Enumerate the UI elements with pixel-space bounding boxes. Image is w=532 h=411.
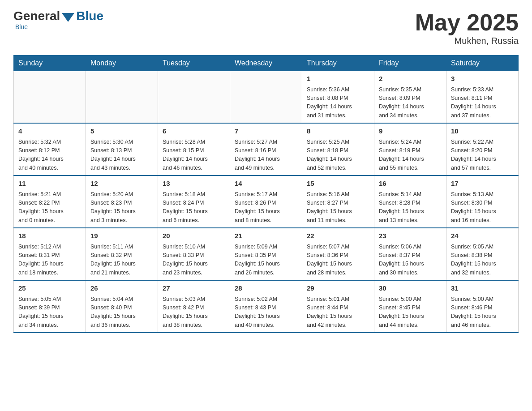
- calendar-cell: 31Sunrise: 5:00 AMSunset: 8:46 PMDayligh…: [446, 280, 519, 333]
- calendar-week-row: 18Sunrise: 5:12 AMSunset: 8:31 PMDayligh…: [14, 228, 519, 280]
- calendar-cell: 8Sunrise: 5:25 AMSunset: 8:18 PMDaylight…: [302, 123, 374, 176]
- calendar-header-friday: Friday: [374, 56, 446, 71]
- calendar-cell: 11Sunrise: 5:21 AMSunset: 8:22 PMDayligh…: [14, 176, 86, 228]
- day-number: 25: [18, 283, 81, 294]
- logo: General Blue Blue: [13, 9, 103, 30]
- day-number: 23: [379, 231, 442, 241]
- day-info: Sunrise: 5:01 AMSunset: 8:44 PMDaylight:…: [307, 295, 369, 330]
- day-number: 4: [18, 126, 81, 137]
- day-number: 7: [235, 126, 297, 137]
- day-info: Sunrise: 5:04 AMSunset: 8:40 PMDaylight:…: [90, 295, 153, 330]
- day-number: 18: [18, 231, 81, 241]
- calendar-table: SundayMondayTuesdayWednesdayThursdayFrid…: [13, 55, 519, 333]
- day-number: 15: [307, 179, 369, 189]
- day-number: 19: [90, 231, 153, 241]
- calendar-week-row: 11Sunrise: 5:21 AMSunset: 8:22 PMDayligh…: [14, 176, 519, 228]
- day-info: Sunrise: 5:13 AMSunset: 8:30 PMDaylight:…: [451, 190, 514, 225]
- day-info: Sunrise: 5:12 AMSunset: 8:31 PMDaylight:…: [18, 243, 81, 278]
- calendar-cell: 17Sunrise: 5:13 AMSunset: 8:30 PMDayligh…: [446, 176, 519, 228]
- day-number: 8: [307, 126, 369, 137]
- day-number: 1: [307, 74, 369, 84]
- day-info: Sunrise: 5:36 AMSunset: 8:08 PMDaylight:…: [307, 86, 369, 120]
- calendar-cell: 4Sunrise: 5:32 AMSunset: 8:12 PMDaylight…: [14, 123, 86, 176]
- calendar-cell: 1Sunrise: 5:36 AMSunset: 8:08 PMDaylight…: [302, 71, 374, 124]
- day-info: Sunrise: 5:14 AMSunset: 8:28 PMDaylight:…: [379, 190, 442, 225]
- day-info: Sunrise: 5:30 AMSunset: 8:13 PMDaylight:…: [90, 138, 153, 173]
- calendar-cell: 20Sunrise: 5:10 AMSunset: 8:33 PMDayligh…: [158, 228, 230, 280]
- day-info: Sunrise: 5:11 AMSunset: 8:32 PMDaylight:…: [90, 243, 153, 278]
- day-info: Sunrise: 5:09 AMSunset: 8:35 PMDaylight:…: [235, 243, 297, 278]
- calendar-cell: 16Sunrise: 5:14 AMSunset: 8:28 PMDayligh…: [374, 176, 446, 228]
- day-info: Sunrise: 5:16 AMSunset: 8:27 PMDaylight:…: [307, 190, 369, 225]
- day-info: Sunrise: 5:27 AMSunset: 8:16 PMDaylight:…: [235, 138, 297, 173]
- calendar-cell: 29Sunrise: 5:01 AMSunset: 8:44 PMDayligh…: [302, 280, 374, 333]
- day-number: 5: [90, 126, 153, 137]
- calendar-header-monday: Monday: [86, 56, 158, 71]
- calendar-cell: 21Sunrise: 5:09 AMSunset: 8:35 PMDayligh…: [230, 228, 302, 280]
- day-info: Sunrise: 5:33 AMSunset: 8:11 PMDaylight:…: [451, 86, 514, 120]
- page-header: General Blue Blue May 2025 Mukhen, Russi…: [13, 9, 519, 46]
- logo-blue-text: Blue: [76, 9, 103, 23]
- calendar-cell: 3Sunrise: 5:33 AMSunset: 8:11 PMDaylight…: [446, 71, 519, 124]
- calendar-cell: 24Sunrise: 5:05 AMSunset: 8:38 PMDayligh…: [446, 228, 519, 280]
- day-info: Sunrise: 5:18 AMSunset: 8:24 PMDaylight:…: [163, 190, 225, 225]
- calendar-cell: 13Sunrise: 5:18 AMSunset: 8:24 PMDayligh…: [158, 176, 230, 228]
- calendar-cell: 22Sunrise: 5:07 AMSunset: 8:36 PMDayligh…: [302, 228, 374, 280]
- day-number: 11: [18, 179, 81, 189]
- day-info: Sunrise: 5:35 AMSunset: 8:09 PMDaylight:…: [379, 86, 442, 120]
- calendar-cell: 6Sunrise: 5:28 AMSunset: 8:15 PMDaylight…: [158, 123, 230, 176]
- calendar-cell: 26Sunrise: 5:04 AMSunset: 8:40 PMDayligh…: [86, 280, 158, 333]
- calendar-cell: 2Sunrise: 5:35 AMSunset: 8:09 PMDaylight…: [374, 71, 446, 124]
- day-number: 2: [379, 74, 442, 84]
- month-year-title: May 2025: [415, 9, 519, 36]
- calendar-cell: 30Sunrise: 5:00 AMSunset: 8:45 PMDayligh…: [374, 280, 446, 333]
- calendar-header-wednesday: Wednesday: [230, 56, 302, 71]
- day-number: 28: [235, 283, 297, 294]
- calendar-week-row: 4Sunrise: 5:32 AMSunset: 8:12 PMDaylight…: [14, 123, 519, 176]
- calendar-header-tuesday: Tuesday: [158, 56, 230, 71]
- logo-arrow-icon: [62, 13, 74, 22]
- calendar-header-row: SundayMondayTuesdayWednesdayThursdayFrid…: [14, 56, 519, 71]
- day-info: Sunrise: 5:02 AMSunset: 8:43 PMDaylight:…: [235, 295, 297, 330]
- calendar-cell: 25Sunrise: 5:05 AMSunset: 8:39 PMDayligh…: [14, 280, 86, 333]
- calendar-cell: 9Sunrise: 5:24 AMSunset: 8:19 PMDaylight…: [374, 123, 446, 176]
- day-number: 30: [379, 283, 442, 294]
- day-info: Sunrise: 5:00 AMSunset: 8:46 PMDaylight:…: [451, 295, 514, 330]
- day-info: Sunrise: 5:10 AMSunset: 8:33 PMDaylight:…: [163, 243, 225, 278]
- day-info: Sunrise: 5:00 AMSunset: 8:45 PMDaylight:…: [379, 295, 442, 330]
- calendar-cell: [86, 71, 158, 124]
- day-number: 20: [163, 231, 225, 241]
- calendar-cell: [230, 71, 302, 124]
- calendar-header-saturday: Saturday: [446, 56, 519, 71]
- day-info: Sunrise: 5:17 AMSunset: 8:26 PMDaylight:…: [235, 190, 297, 225]
- logo-general-text: General: [13, 9, 60, 23]
- day-number: 26: [90, 283, 153, 294]
- calendar-cell: 27Sunrise: 5:03 AMSunset: 8:42 PMDayligh…: [158, 280, 230, 333]
- calendar-week-row: 25Sunrise: 5:05 AMSunset: 8:39 PMDayligh…: [14, 280, 519, 333]
- location-title: Mukhen, Russia: [415, 36, 519, 46]
- day-info: Sunrise: 5:03 AMSunset: 8:42 PMDaylight:…: [163, 295, 225, 330]
- calendar-cell: 12Sunrise: 5:20 AMSunset: 8:23 PMDayligh…: [86, 176, 158, 228]
- calendar-cell: 15Sunrise: 5:16 AMSunset: 8:27 PMDayligh…: [302, 176, 374, 228]
- calendar-cell: 19Sunrise: 5:11 AMSunset: 8:32 PMDayligh…: [86, 228, 158, 280]
- title-block: May 2025 Mukhen, Russia: [415, 9, 519, 46]
- calendar-header-thursday: Thursday: [302, 56, 374, 71]
- calendar-cell: [158, 71, 230, 124]
- day-number: 14: [235, 179, 297, 189]
- day-number: 31: [451, 283, 514, 294]
- day-number: 10: [451, 126, 514, 137]
- day-info: Sunrise: 5:06 AMSunset: 8:37 PMDaylight:…: [379, 243, 442, 278]
- day-number: 13: [163, 179, 225, 189]
- day-number: 27: [163, 283, 225, 294]
- day-number: 21: [235, 231, 297, 241]
- day-number: 22: [307, 231, 369, 241]
- day-info: Sunrise: 5:32 AMSunset: 8:12 PMDaylight:…: [18, 138, 81, 173]
- day-info: Sunrise: 5:22 AMSunset: 8:20 PMDaylight:…: [451, 138, 514, 173]
- calendar-cell: 28Sunrise: 5:02 AMSunset: 8:43 PMDayligh…: [230, 280, 302, 333]
- day-number: 16: [379, 179, 442, 189]
- day-info: Sunrise: 5:28 AMSunset: 8:15 PMDaylight:…: [163, 138, 225, 173]
- day-number: 12: [90, 179, 153, 189]
- day-number: 3: [451, 74, 514, 84]
- day-number: 6: [163, 126, 225, 137]
- logo-subtitle: Blue: [15, 23, 28, 30]
